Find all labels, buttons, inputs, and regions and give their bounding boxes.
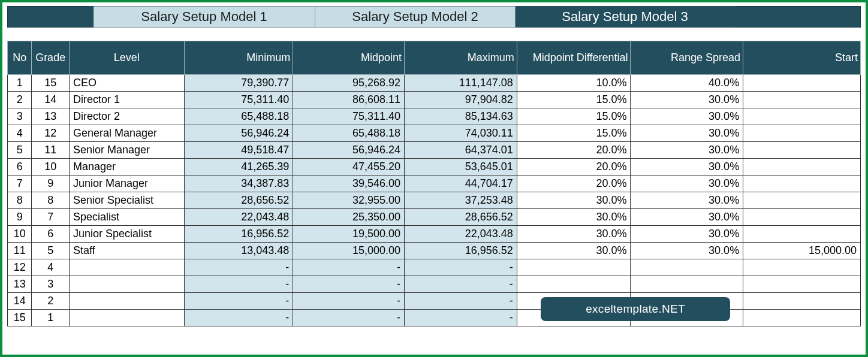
cell-grade[interactable]: 2 [32, 293, 70, 310]
cell-midpoint-differential[interactable]: 15.0% [517, 108, 631, 125]
cell-grade[interactable]: 7 [32, 209, 70, 226]
cell-minimum[interactable]: 56,946.24 [184, 125, 293, 142]
cell-level[interactable]: Director 2 [69, 108, 184, 125]
cell-no[interactable]: 4 [8, 125, 32, 142]
cell-grade[interactable]: 12 [32, 125, 70, 142]
cell-midpoint-differential[interactable]: 20.0% [517, 176, 631, 192]
cell-range-spread[interactable]: 30.0% [631, 92, 743, 108]
cell-level[interactable]: Junior Specialist [69, 226, 184, 243]
cell-no[interactable]: 2 [8, 92, 32, 108]
cell-no[interactable]: 12 [8, 259, 32, 276]
cell-grade[interactable]: 4 [32, 259, 70, 276]
cell-level[interactable]: Senior Manager [69, 142, 184, 159]
cell-level[interactable]: Staff [69, 243, 184, 259]
cell-grade[interactable]: 14 [32, 92, 70, 108]
cell-midpoint-differential[interactable]: 20.0% [517, 159, 631, 176]
cell-midpoint-differential[interactable]: 15.0% [517, 125, 631, 142]
cell-range-spread[interactable]: 30.0% [631, 226, 743, 243]
cell-level[interactable] [69, 293, 184, 310]
cell-minimum[interactable]: 28,656.52 [184, 192, 293, 209]
cell-midpoint-differential[interactable]: 10.0% [517, 75, 631, 92]
cell-start[interactable] [743, 176, 861, 192]
cell-maximum[interactable]: - [405, 259, 517, 276]
cell-maximum[interactable]: 74,030.11 [405, 125, 517, 142]
cell-no[interactable]: 13 [8, 276, 32, 293]
cell-level[interactable]: Senior Specialist [69, 192, 184, 209]
cell-minimum[interactable]: 75,311.40 [184, 92, 293, 108]
tab-model-2[interactable]: Salary Setup Model 2 [315, 6, 516, 28]
cell-level[interactable] [69, 310, 184, 326]
cell-maximum[interactable]: 22,043.48 [405, 226, 517, 243]
cell-minimum[interactable]: 34,387.83 [184, 176, 293, 192]
cell-maximum[interactable]: 97,904.82 [405, 92, 517, 108]
cell-maximum[interactable]: - [405, 293, 517, 310]
cell-start[interactable] [743, 142, 861, 159]
cell-midpoint-differential[interactable]: 20.0% [517, 142, 631, 159]
cell-midpoint-differential[interactable]: 30.0% [517, 209, 631, 226]
cell-midpoint[interactable]: 95,268.92 [293, 75, 405, 92]
cell-minimum[interactable]: - [184, 276, 293, 293]
cell-start[interactable] [743, 276, 861, 293]
cell-midpoint[interactable]: 47,455.20 [293, 159, 405, 176]
cell-no[interactable]: 8 [8, 192, 32, 209]
cell-no[interactable]: 7 [8, 176, 32, 192]
cell-start[interactable] [743, 159, 861, 176]
cell-midpoint[interactable]: 32,955.00 [293, 192, 405, 209]
cell-grade[interactable]: 8 [32, 192, 70, 209]
cell-no[interactable]: 3 [8, 108, 32, 125]
cell-grade[interactable]: 3 [32, 276, 70, 293]
cell-midpoint[interactable]: 65,488.18 [293, 125, 405, 142]
cell-midpoint[interactable]: 39,546.00 [293, 176, 405, 192]
cell-start[interactable] [743, 310, 861, 326]
cell-no[interactable]: 1 [8, 75, 32, 92]
cell-level[interactable]: General Manager [69, 125, 184, 142]
cell-midpoint-differential[interactable] [517, 259, 631, 276]
cell-start[interactable] [743, 293, 861, 310]
cell-maximum[interactable]: 64,374.01 [405, 142, 517, 159]
tab-model-1[interactable]: Salary Setup Model 1 [94, 6, 315, 28]
cell-grade[interactable]: 11 [32, 142, 70, 159]
cell-midpoint[interactable]: - [293, 259, 405, 276]
cell-minimum[interactable]: 49,518.47 [184, 142, 293, 159]
cell-midpoint[interactable]: 15,000.00 [293, 243, 405, 259]
cell-midpoint-differential[interactable] [517, 276, 631, 293]
cell-start[interactable] [743, 259, 861, 276]
cell-minimum[interactable]: 13,043.48 [184, 243, 293, 259]
cell-no[interactable]: 9 [8, 209, 32, 226]
cell-no[interactable]: 14 [8, 293, 32, 310]
cell-grade[interactable]: 6 [32, 226, 70, 243]
cell-range-spread[interactable]: 40.0% [631, 75, 743, 92]
cell-maximum[interactable]: 85,134.63 [405, 108, 517, 125]
cell-midpoint[interactable]: 75,311.40 [293, 108, 405, 125]
cell-grade[interactable]: 5 [32, 243, 70, 259]
cell-midpoint[interactable]: - [293, 276, 405, 293]
cell-level[interactable]: CEO [69, 75, 184, 92]
cell-start[interactable] [743, 108, 861, 125]
cell-minimum[interactable]: 16,956.52 [184, 226, 293, 243]
cell-start[interactable]: 15,000.00 [743, 243, 861, 259]
cell-no[interactable]: 15 [8, 310, 32, 326]
cell-range-spread[interactable] [631, 276, 743, 293]
cell-level[interactable] [69, 259, 184, 276]
cell-grade[interactable]: 1 [32, 310, 70, 326]
cell-minimum[interactable]: - [184, 259, 293, 276]
cell-minimum[interactable]: - [184, 310, 293, 326]
cell-midpoint[interactable]: - [293, 310, 405, 326]
cell-minimum[interactable]: - [184, 293, 293, 310]
cell-midpoint-differential[interactable]: 30.0% [517, 243, 631, 259]
cell-minimum[interactable]: 65,488.18 [184, 108, 293, 125]
cell-level[interactable]: Director 1 [69, 92, 184, 108]
cell-no[interactable]: 6 [8, 159, 32, 176]
cell-no[interactable]: 5 [8, 142, 32, 159]
cell-midpoint[interactable]: 19,500.00 [293, 226, 405, 243]
cell-minimum[interactable]: 79,390.77 [184, 75, 293, 92]
cell-start[interactable] [743, 209, 861, 226]
cell-minimum[interactable]: 41,265.39 [184, 159, 293, 176]
cell-range-spread[interactable]: 30.0% [631, 142, 743, 159]
cell-maximum[interactable]: - [405, 310, 517, 326]
cell-start[interactable] [743, 125, 861, 142]
cell-maximum[interactable]: 44,704.17 [405, 176, 517, 192]
cell-midpoint[interactable]: 86,608.11 [293, 92, 405, 108]
cell-range-spread[interactable]: 30.0% [631, 209, 743, 226]
cell-start[interactable] [743, 226, 861, 243]
